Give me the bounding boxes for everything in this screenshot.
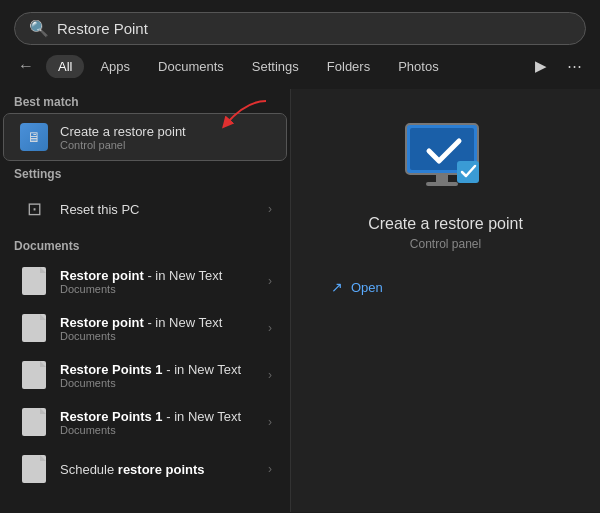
open-link-icon: ↗	[331, 279, 343, 295]
restore-point-icon	[18, 121, 50, 153]
doc-icon-3	[18, 359, 50, 391]
doc-icon-1	[18, 265, 50, 297]
doc-subtitle-2: Documents	[60, 330, 258, 342]
settings-glyph: ⊡	[27, 198, 42, 220]
search-bar: 🔍	[14, 12, 586, 45]
doc-subtitle-4: Documents	[60, 424, 258, 436]
document-glyph-4	[22, 408, 46, 436]
detail-subtitle: Control panel	[410, 237, 481, 251]
detail-icon-container	[401, 119, 491, 199]
detail-actions: ↗ Open	[311, 271, 580, 303]
back-button[interactable]: ←	[10, 53, 42, 79]
doc-item-4[interactable]: Restore Points 1 - in New Text Documents…	[4, 399, 286, 445]
settings-reset-title: Reset this PC	[60, 202, 258, 217]
doc-text-4: Restore Points 1 - in New Text Documents	[60, 409, 258, 436]
control-panel-icon	[20, 123, 48, 151]
svg-rect-3	[436, 174, 448, 182]
documents-label: Documents	[0, 233, 290, 257]
open-action[interactable]: ↗ Open	[321, 271, 570, 303]
doc-title-suffix-3: - in New Text	[163, 362, 242, 377]
doc-subtitle-3: Documents	[60, 377, 258, 389]
doc-item-5[interactable]: Schedule restore points ›	[4, 446, 286, 492]
svg-rect-4	[426, 182, 458, 186]
filter-bar: ← All Apps Documents Settings Folders Ph…	[0, 53, 600, 79]
right-panel: Create a restore point Control panel ↗ O…	[290, 89, 600, 512]
document-glyph-3	[22, 361, 46, 389]
doc-title-bold-5: restore points	[118, 462, 205, 477]
doc-icon-2	[18, 312, 50, 344]
doc-title-bold-1: Restore point	[60, 268, 144, 283]
doc-item-3[interactable]: Restore Points 1 - in New Text Documents…	[4, 352, 286, 398]
best-match-text: Create a restore point Control panel	[60, 124, 272, 151]
filter-apps[interactable]: Apps	[88, 55, 142, 78]
doc-title-bold-4: Restore Points 1	[60, 409, 163, 424]
filter-documents[interactable]: Documents	[146, 55, 236, 78]
detail-title: Create a restore point	[368, 215, 523, 233]
doc-title-suffix-4: - in New Text	[163, 409, 242, 424]
main-layout: Best match Create a restore point Contro…	[0, 89, 600, 512]
best-match-label: Best match	[0, 89, 290, 113]
best-match-item[interactable]: Create a restore point Control panel	[4, 114, 286, 160]
document-glyph-1	[22, 267, 46, 295]
settings-label: Settings	[0, 161, 290, 185]
search-icon: 🔍	[29, 19, 49, 38]
doc-title-1: Restore point - in New Text	[60, 268, 258, 283]
doc-title-5: Schedule restore points	[60, 462, 258, 477]
doc-title-bold-3: Restore Points 1	[60, 362, 163, 377]
doc-title-pre-5: Schedule	[60, 462, 118, 477]
best-match-subtitle: Control panel	[60, 139, 272, 151]
doc-arrow-3: ›	[268, 368, 272, 382]
doc-text-1: Restore point - in New Text Documents	[60, 268, 258, 295]
open-label: Open	[351, 280, 383, 295]
best-match-title: Create a restore point	[60, 124, 272, 139]
search-input[interactable]	[57, 20, 571, 37]
doc-arrow-5: ›	[268, 462, 272, 476]
settings-arrow: ›	[268, 202, 272, 216]
settings-icon: ⊡	[18, 193, 50, 225]
document-glyph-2	[22, 314, 46, 342]
play-button[interactable]: ▶	[527, 53, 555, 79]
doc-arrow-1: ›	[268, 274, 272, 288]
doc-title-suffix-2: - in New Text	[144, 315, 223, 330]
doc-title-3: Restore Points 1 - in New Text	[60, 362, 258, 377]
detail-monitor-icon	[401, 119, 491, 199]
doc-icon-4	[18, 406, 50, 438]
document-glyph-5	[22, 455, 46, 483]
filter-folders[interactable]: Folders	[315, 55, 382, 78]
doc-text-3: Restore Points 1 - in New Text Documents	[60, 362, 258, 389]
doc-text-2: Restore point - in New Text Documents	[60, 315, 258, 342]
doc-title-suffix-1: - in New Text	[144, 268, 223, 283]
doc-title-2: Restore point - in New Text	[60, 315, 258, 330]
settings-reset-text: Reset this PC	[60, 202, 258, 217]
more-button[interactable]: ⋯	[559, 53, 590, 79]
doc-subtitle-1: Documents	[60, 283, 258, 295]
doc-icon-5	[18, 453, 50, 485]
doc-item-1[interactable]: Restore point - in New Text Documents ›	[4, 258, 286, 304]
doc-text-5: Schedule restore points	[60, 462, 258, 477]
doc-arrow-2: ›	[268, 321, 272, 335]
filter-photos[interactable]: Photos	[386, 55, 450, 78]
filter-settings[interactable]: Settings	[240, 55, 311, 78]
filter-all[interactable]: All	[46, 55, 84, 78]
left-panel: Best match Create a restore point Contro…	[0, 89, 290, 512]
doc-item-2[interactable]: Restore point - in New Text Documents ›	[4, 305, 286, 351]
doc-title-4: Restore Points 1 - in New Text	[60, 409, 258, 424]
settings-item-reset[interactable]: ⊡ Reset this PC ›	[4, 186, 286, 232]
doc-title-bold-2: Restore point	[60, 315, 144, 330]
doc-arrow-4: ›	[268, 415, 272, 429]
